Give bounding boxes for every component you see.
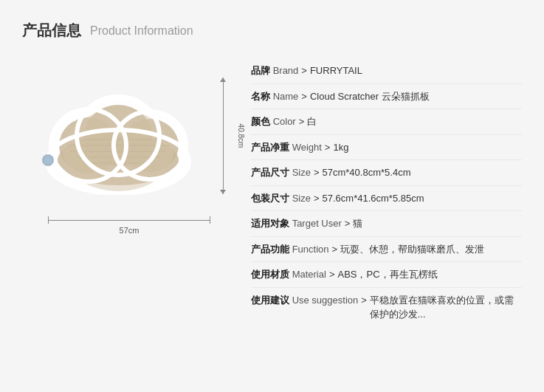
info-label: 品牌 Brand — [251, 63, 298, 78]
page-title-cn: 产品信息 — [22, 21, 81, 41]
info-value: FURRYTAIL — [310, 63, 522, 78]
dimension-horizontal-area: 57cm — [48, 216, 210, 235]
dimension-vertical: 40.8cm — [223, 78, 224, 194]
info-value: 平稳放置在猫咪喜欢的位置，或需保护的沙发... — [370, 293, 522, 322]
info-row: 产品功能 Function > 玩耍、休憩，帮助猫咪磨爪、发泄 — [251, 237, 522, 263]
info-label: 产品尺寸 Size — [251, 165, 311, 180]
info-row: 颜色 Color > 白 — [251, 109, 522, 135]
svg-point-19 — [44, 157, 52, 164]
product-image — [33, 66, 203, 195]
info-value: 1kg — [333, 140, 522, 155]
info-label: 名称 Name — [251, 89, 298, 104]
info-table: 品牌 Brand > FURRYTAIL名称 Name > Cloud Scra… — [251, 58, 522, 327]
page-title-en: Product Information — [90, 24, 193, 38]
arrow-symbol: > — [314, 191, 320, 206]
info-label: 颜色 Color — [251, 114, 296, 129]
info-value: 玩耍、休憩，帮助猫咪磨爪、发泄 — [340, 242, 522, 257]
info-value: 猫 — [353, 216, 522, 231]
info-row: 名称 Name > Cloud Scratcher 云朵猫抓板 — [251, 84, 522, 110]
info-value: 白 — [307, 114, 522, 129]
info-value: 57cm*40.8cm*5.4cm — [323, 165, 522, 180]
arrow-symbol: > — [299, 114, 305, 129]
page-container: 产品信息 Product Information — [0, 0, 544, 392]
info-value: 57.6cm*41.6cm*5.85cm — [323, 191, 522, 206]
arrow-symbol: > — [361, 293, 367, 308]
arrow-symbol: > — [332, 242, 338, 257]
arrow-symbol: > — [301, 89, 307, 104]
info-row: 品牌 Brand > FURRYTAIL — [251, 58, 522, 84]
dimension-height-label: 40.8cm — [237, 124, 245, 148]
info-label: 使用材质 Material — [251, 267, 326, 282]
info-row: 使用材质 Material > ABS，PC，再生瓦楞纸 — [251, 262, 522, 288]
info-row: 使用建议 Use suggestion > 平稳放置在猫咪喜欢的位置，或需保护的… — [251, 288, 522, 327]
info-value: ABS，PC，再生瓦楞纸 — [337, 267, 522, 282]
arrow-symbol: > — [301, 63, 307, 78]
info-row: 产品尺寸 Size > 57cm*40.8cm*5.4cm — [251, 160, 522, 186]
info-label: 产品功能 Function — [251, 242, 329, 257]
info-label: 产品净重 Weight — [251, 140, 322, 155]
arrow-symbol: > — [325, 140, 331, 155]
info-row: 产品净重 Weight > 1kg — [251, 135, 522, 161]
product-image-area: 40.8cm 57cm — [22, 58, 236, 235]
info-row: 包装尺寸 Size > 57.6cm*41.6cm*5.85cm — [251, 186, 522, 212]
arrow-symbol: > — [329, 267, 335, 282]
info-label: 包装尺寸 Size — [251, 191, 311, 206]
info-label: 适用对象 Target User — [251, 216, 342, 231]
info-label: 使用建议 Use suggestion — [251, 293, 358, 308]
info-value: Cloud Scratcher 云朵猫抓板 — [310, 89, 522, 104]
content-area: 40.8cm 57cm 品牌 Brand > FURRYTAIL名称 Name … — [22, 58, 522, 327]
info-row: 适用对象 Target User > 猫 — [251, 211, 522, 237]
dimension-width-label: 57cm — [48, 226, 210, 235]
page-header: 产品信息 Product Information — [22, 21, 522, 41]
arrow-symbol: > — [314, 165, 320, 180]
arrow-symbol: > — [345, 216, 351, 231]
